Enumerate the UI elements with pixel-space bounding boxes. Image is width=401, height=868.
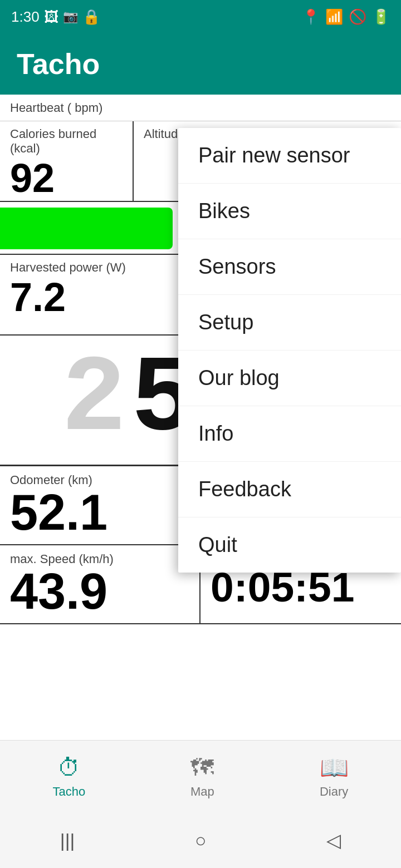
lock-icon: 🔒: [82, 8, 100, 26]
dropdown-menu: Pair new sensor Bikes Sensors Setup Our …: [178, 128, 401, 573]
menu-item-pair-sensor[interactable]: Pair new sensor: [178, 128, 401, 184]
main-content: Heartbeat ( bpm) Calories burned (kcal) …: [0, 95, 401, 868]
video-icon: 📷: [63, 9, 78, 24]
nav-tacho-label: Tacho: [52, 785, 85, 799]
menu-item-quit[interactable]: Quit: [178, 517, 401, 573]
bottom-nav: ⏱ Tacho 🗺 Map 📖 Diary: [0, 740, 401, 812]
menu-item-setup[interactable]: Setup: [178, 295, 401, 351]
no-sim-icon: 🚫: [349, 8, 366, 26]
status-bar: 1:30 🖼 📷 🔒 📍 📶 🚫 🔋: [0, 0, 401, 33]
recent-apps-button[interactable]: |||: [60, 830, 75, 851]
battery-icon: 🔋: [372, 8, 390, 26]
map-icon: 🗺: [190, 754, 214, 781]
system-nav: ||| ○ ◁: [0, 812, 401, 868]
nav-tacho[interactable]: ⏱ Tacho: [52, 754, 85, 799]
app-title: Tacho: [17, 47, 100, 81]
menu-overlay: Pair new sensor Bikes Sensors Setup Our …: [0, 95, 401, 579]
menu-item-our-blog[interactable]: Our blog: [178, 351, 401, 406]
nav-map[interactable]: 🗺 Map: [190, 754, 214, 799]
status-bar-right: 📍 📶 🚫 🔋: [302, 8, 390, 26]
home-button[interactable]: ○: [195, 830, 207, 851]
menu-item-feedback[interactable]: Feedback: [178, 462, 401, 517]
nav-map-label: Map: [190, 785, 214, 799]
diary-icon: 📖: [320, 754, 349, 781]
tacho-icon: ⏱: [57, 754, 81, 781]
wifi-icon: 📶: [325, 8, 343, 26]
back-button[interactable]: ◁: [326, 829, 341, 851]
nav-diary[interactable]: 📖 Diary: [320, 754, 349, 799]
photo-icon: 🖼: [44, 8, 58, 26]
menu-item-sensors[interactable]: Sensors: [178, 239, 401, 295]
status-bar-left: 1:30 🖼 📷 🔒: [11, 8, 100, 26]
nav-diary-label: Diary: [320, 785, 348, 799]
time-display: 1:30: [11, 8, 40, 26]
location-icon: 📍: [302, 8, 320, 26]
menu-item-bikes[interactable]: Bikes: [178, 184, 401, 239]
app-bar: Tacho: [0, 33, 401, 95]
menu-item-info[interactable]: Info: [178, 406, 401, 462]
